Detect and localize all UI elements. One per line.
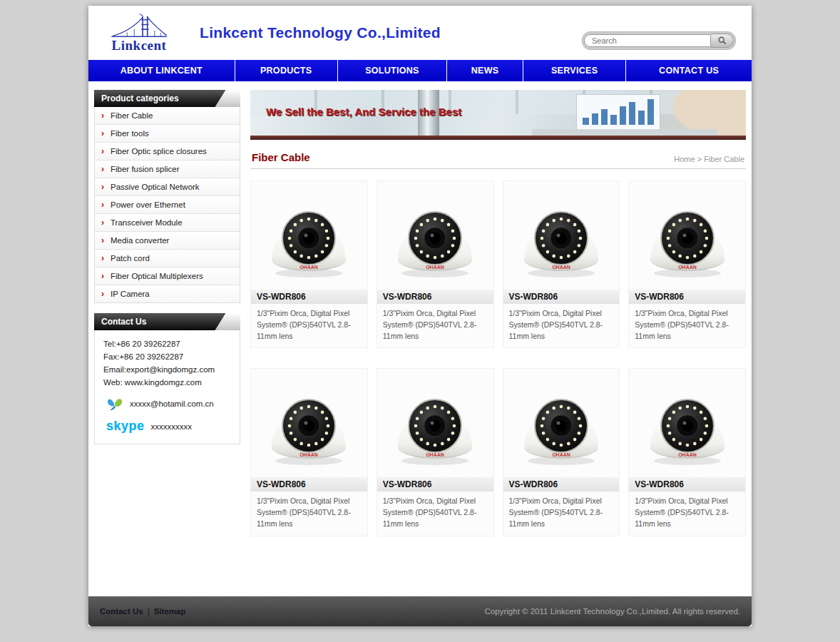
category-label: Media converter bbox=[111, 236, 169, 245]
breadcrumb-home-link[interactable]: Home bbox=[674, 155, 695, 163]
title-row: Fiber Cable Home > Fiber Cable bbox=[250, 151, 746, 169]
footer-contact-link[interactable]: Contact Us bbox=[100, 607, 143, 616]
product-card: VS-WDR806 1/3"Pixim Orca, Digital Pixel … bbox=[503, 180, 620, 348]
skype-logo: skype bbox=[106, 419, 145, 434]
chevron-right-icon: › bbox=[101, 148, 104, 155]
product-card: VS-WDR806 1/3"Pixim Orca, Digital Pixel … bbox=[250, 180, 368, 348]
sidebar-item-optical-multiplexers[interactable]: ›Fiber Optical Multiplexers bbox=[95, 268, 240, 285]
product-card: VS-WDR806 1/3"Pixim Orca, Digital Pixel … bbox=[628, 368, 746, 536]
category-label: IP Camera bbox=[111, 290, 150, 298]
content: Product categories ›Fiber Cable ›Fiber t… bbox=[88, 81, 752, 596]
product-image[interactable] bbox=[503, 369, 620, 477]
product-image[interactable] bbox=[377, 181, 493, 290]
footer-sitemap-link[interactable]: Sitemap bbox=[154, 607, 186, 616]
product-card: VS-WDR806 1/3"Pixim Orca, Digital Pixel … bbox=[628, 180, 746, 348]
category-label: Fiber tools bbox=[111, 129, 149, 138]
nav-item-about[interactable]: ABOUT LINKCENT bbox=[88, 60, 235, 81]
breadcrumb: Home > Fiber Cable bbox=[674, 155, 744, 163]
sidebar-item-transceiver-module[interactable]: ›Transceiver Module bbox=[95, 214, 240, 232]
chevron-right-icon: › bbox=[101, 165, 104, 173]
contact-fax: Fax:+86 20 39262287 bbox=[101, 350, 234, 363]
product-card: VS-WDR806 1/3"Pixim Orca, Digital Pixel … bbox=[377, 368, 494, 536]
product-description: 1/3"Pixim Orca, Digital Pixel System® (D… bbox=[503, 491, 620, 529]
sidebar-item-fiber-tools[interactable]: ›Fiber tools bbox=[95, 125, 240, 143]
sidebar-item-media-converter[interactable]: ›Media converter bbox=[95, 232, 240, 250]
product-name-link[interactable]: VS-WDR806 bbox=[503, 290, 620, 304]
footer-link-separator: | bbox=[148, 607, 150, 616]
product-image[interactable] bbox=[251, 369, 367, 477]
copyright-text: Copyright © 2011 Linkcent Technology Co.… bbox=[485, 607, 740, 616]
contact-box: Tel:+86 20 39262287 Fax:+86 20 39262287 … bbox=[94, 330, 240, 444]
category-label: Patch cord bbox=[111, 254, 150, 263]
search-bar bbox=[582, 31, 736, 50]
header: Linkcent Linkcent Technology Co.,Limited bbox=[88, 6, 752, 60]
product-image[interactable] bbox=[629, 369, 745, 477]
chevron-right-icon: › bbox=[101, 201, 104, 208]
product-description: 1/3"Pixim Orca, Digital Pixel System® (D… bbox=[251, 491, 367, 529]
product-card: VS-WDR806 1/3"Pixim Orca, Digital Pixel … bbox=[377, 180, 494, 348]
main-area: We Sell the Best, And Service the Best F… bbox=[250, 90, 746, 536]
msn-icon bbox=[106, 396, 123, 412]
breadcrumb-separator: > bbox=[697, 155, 702, 163]
banner-chart-decor bbox=[576, 94, 660, 130]
category-label: Transceiver Module bbox=[111, 218, 183, 227]
logo[interactable]: Linkcent bbox=[97, 12, 181, 54]
banner-slogan: We Sell the Best, And Service the Best bbox=[266, 106, 461, 118]
search-input[interactable] bbox=[584, 34, 711, 47]
product-description: 1/3"Pixim Orca, Digital Pixel System® (D… bbox=[251, 304, 367, 342]
product-name-link[interactable]: VS-WDR806 bbox=[629, 477, 745, 491]
category-list: ›Fiber Cable ›Fiber tools ›Fiber Optic s… bbox=[94, 107, 240, 303]
product-card: VS-WDR806 1/3"Pixim Orca, Digital Pixel … bbox=[250, 368, 368, 536]
chevron-right-icon: › bbox=[101, 272, 104, 280]
contact-email: Email:export@kingdomgz.com bbox=[101, 363, 234, 376]
footer-links: Contact Us|Sitemap bbox=[100, 607, 185, 616]
contact-web: Web: www.kingdomgz.com bbox=[101, 376, 234, 389]
product-description: 1/3"Pixim Orca, Digital Pixel System® (D… bbox=[503, 304, 620, 342]
sidebar-item-fusion-splicer[interactable]: ›Fiber fusion splicer bbox=[95, 160, 240, 178]
category-label: Fiber Cable bbox=[111, 111, 153, 120]
breadcrumb-current: Fiber Cable bbox=[704, 155, 744, 163]
nav-item-solutions[interactable]: SOLUTIONS bbox=[337, 60, 446, 81]
product-card: VS-WDR806 1/3"Pixim Orca, Digital Pixel … bbox=[503, 368, 620, 536]
footer: Contact Us|Sitemap Copyright © 2011 Link… bbox=[88, 596, 752, 626]
sidebar: Product categories ›Fiber Cable ›Fiber t… bbox=[94, 90, 240, 444]
main-nav: ABOUT LINKCENT PRODUCTS SOLUTIONS NEWS S… bbox=[88, 60, 752, 81]
chevron-right-icon: › bbox=[101, 290, 104, 297]
product-name-link[interactable]: VS-WDR806 bbox=[503, 477, 620, 491]
product-image[interactable] bbox=[629, 181, 745, 290]
sidebar-item-power-over-ethernet[interactable]: ›Power over Ethernet bbox=[95, 196, 240, 214]
product-name-link[interactable]: VS-WDR806 bbox=[251, 477, 367, 491]
product-description: 1/3"Pixim Orca, Digital Pixel System® (D… bbox=[629, 304, 745, 342]
skype-address: xxxxxxxxxx bbox=[151, 422, 193, 431]
search-button[interactable] bbox=[711, 34, 734, 48]
sidebar-item-passive-optical-network[interactable]: ›Passive Optical Network bbox=[95, 178, 240, 196]
sidebar-item-ip-camera[interactable]: ›IP Camera bbox=[95, 285, 240, 302]
nav-item-news[interactable]: NEWS bbox=[446, 60, 523, 81]
nav-item-contact[interactable]: CONTACT US bbox=[625, 60, 752, 81]
product-image[interactable] bbox=[503, 181, 620, 290]
msn-row: xxxxx@hotamil.com.cn bbox=[101, 396, 234, 412]
sidebar-item-patch-cord[interactable]: ›Patch cord bbox=[95, 250, 240, 268]
category-label: Passive Optical Network bbox=[111, 183, 200, 191]
msn-address: xxxxx@hotamil.com.cn bbox=[130, 399, 214, 408]
product-description: 1/3"Pixim Orca, Digital Pixel System® (D… bbox=[377, 491, 493, 529]
banner-strip bbox=[250, 136, 746, 140]
product-name-link[interactable]: VS-WDR806 bbox=[377, 290, 493, 304]
product-image[interactable] bbox=[377, 369, 493, 477]
product-description: 1/3"Pixim Orca, Digital Pixel System® (D… bbox=[377, 304, 493, 342]
chevron-right-icon: › bbox=[101, 183, 104, 190]
product-image[interactable] bbox=[251, 181, 367, 290]
product-name-link[interactable]: VS-WDR806 bbox=[629, 290, 745, 304]
nav-item-products[interactable]: PRODUCTS bbox=[235, 60, 337, 81]
nav-item-services[interactable]: SERVICES bbox=[523, 60, 625, 81]
categories-header: Product categories bbox=[94, 90, 240, 107]
contact-tel: Tel:+86 20 39262287 bbox=[101, 337, 234, 350]
sidebar-item-splice-closures[interactable]: ›Fiber Optic splice closures bbox=[95, 143, 240, 160]
product-name-link[interactable]: VS-WDR806 bbox=[377, 477, 493, 491]
contact-header: Contact Us bbox=[94, 313, 240, 330]
product-name-link[interactable]: VS-WDR806 bbox=[251, 290, 367, 304]
bridge-logo-icon bbox=[109, 12, 169, 41]
sidebar-item-fiber-cable[interactable]: ›Fiber Cable bbox=[95, 107, 240, 125]
page-title: Fiber Cable bbox=[252, 151, 310, 163]
page-container: Linkcent Linkcent Technology Co.,Limited… bbox=[88, 6, 752, 626]
